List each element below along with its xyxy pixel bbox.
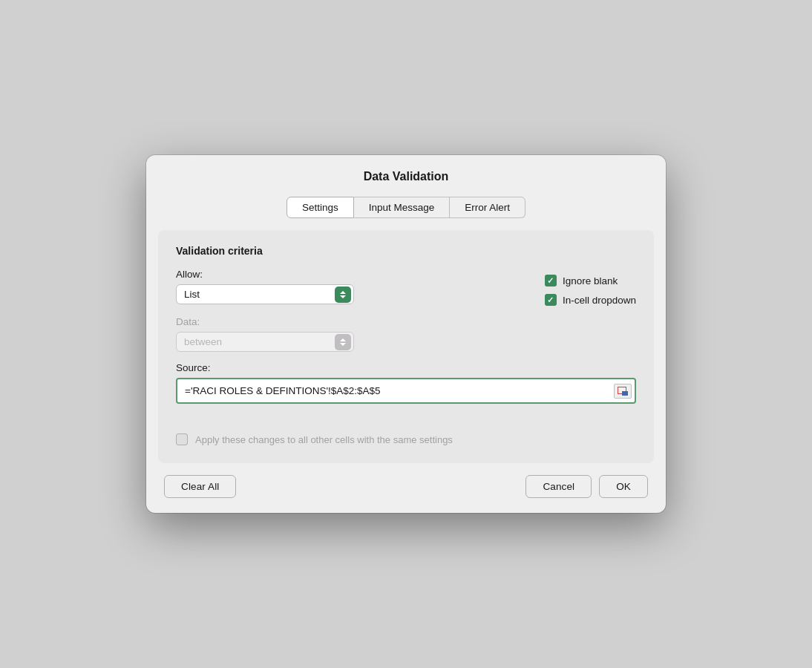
section-title: Validation criteria	[176, 245, 636, 257]
right-buttons: Cancel OK	[525, 475, 648, 498]
incell-dropdown-checkmark: ✓	[547, 296, 554, 304]
data-row: Data: between	[176, 316, 636, 352]
source-input[interactable]	[176, 378, 636, 404]
cancel-button[interactable]: Cancel	[525, 475, 592, 498]
title-bar: Data Validation	[146, 155, 666, 194]
dialog-footer: Clear All Cancel OK	[146, 463, 666, 513]
allow-select[interactable]: List	[176, 284, 354, 304]
ignore-blank-row: ✓ Ignore blank	[545, 275, 636, 286]
source-input-wrapper	[176, 378, 636, 404]
range-picker-graphic	[618, 387, 628, 396]
source-row: Source:	[176, 362, 636, 404]
dialog-title: Data Validation	[364, 170, 449, 183]
apply-label: Apply these changes to all other cells w…	[195, 434, 453, 445]
allow-row: Allow: List ✓ Ignore blank	[176, 269, 636, 306]
checkboxes-section: ✓ Ignore blank ✓ In-cell dropdown	[545, 269, 636, 306]
settings-panel: Validation criteria Allow: List	[158, 230, 654, 463]
tabs-bar: Settings Input Message Error Alert	[146, 194, 666, 218]
ignore-blank-checkbox[interactable]: ✓	[545, 275, 557, 286]
apply-row: Apply these changes to all other cells w…	[176, 426, 636, 445]
incell-dropdown-checkbox[interactable]: ✓	[545, 294, 557, 306]
ignore-blank-checkmark: ✓	[547, 277, 554, 285]
data-select-wrapper: between	[176, 332, 354, 352]
incell-dropdown-row: ✓ In-cell dropdown	[545, 294, 636, 306]
tab-settings[interactable]: Settings	[287, 197, 354, 218]
allow-select-wrapper: List	[176, 284, 354, 304]
ignore-blank-label: Ignore blank	[563, 275, 618, 286]
tab-input-message[interactable]: Input Message	[354, 197, 451, 218]
allow-section: Allow: List	[176, 269, 515, 304]
data-select[interactable]: between	[176, 332, 354, 352]
data-validation-dialog: Data Validation Settings Input Message E…	[146, 155, 666, 513]
ok-button[interactable]: OK	[599, 475, 648, 498]
allow-label: Allow:	[176, 269, 515, 280]
incell-dropdown-label: In-cell dropdown	[563, 295, 636, 306]
data-label: Data:	[176, 316, 636, 327]
tab-error-alert[interactable]: Error Alert	[450, 197, 525, 218]
source-label: Source:	[176, 362, 636, 373]
clear-all-button[interactable]: Clear All	[164, 475, 236, 498]
apply-checkbox[interactable]	[176, 433, 188, 445]
source-range-picker-icon[interactable]	[614, 384, 632, 399]
